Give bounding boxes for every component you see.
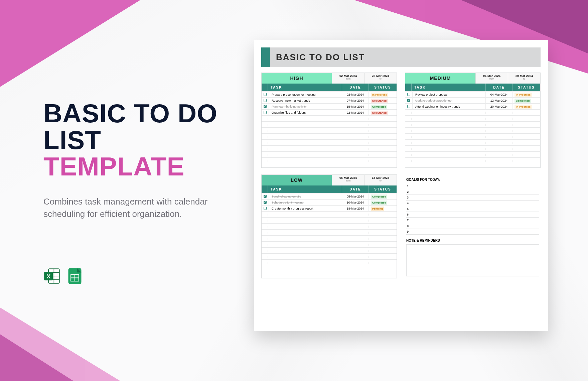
task-text: Prepare presentation for meeting [269, 92, 342, 97]
document-header: BASIC TO DO LIST [261, 47, 541, 67]
goal-line: 8 [406, 223, 539, 229]
goal-number: 8 [407, 224, 412, 228]
notes-title: NOTE & REMINDERS [406, 239, 539, 242]
document-title: BASIC TO DO LIST [270, 47, 541, 67]
table-row-empty [262, 115, 397, 121]
table-row-empty [405, 139, 540, 145]
task-status: Completed [369, 200, 397, 205]
header-accent-bar [261, 47, 270, 67]
low-to-date: 18-Mar-2024 to [364, 175, 397, 185]
title-line-1: BASIC TO DO [43, 100, 237, 127]
medium-rows: Review project proposal04-Mar-2024In Pro… [405, 91, 540, 167]
task-text: Organize files and folders [269, 110, 342, 115]
table-row: Plan team-building activity15-Mar-2024Co… [262, 103, 397, 109]
decor-triangle-bottom-left [0, 307, 120, 381]
task-text: Plan team-building activity [269, 104, 342, 109]
task-date: 12-Mar-2024 [485, 98, 512, 103]
priority-label-medium: MEDIUM [405, 73, 475, 84]
checkbox-icon [264, 111, 267, 114]
goal-line: 6 [406, 212, 539, 218]
google-sheets-icon [66, 267, 84, 285]
task-text: Schedule client meeting [269, 200, 342, 205]
table-row: Review project proposal04-Mar-2024In Pro… [405, 91, 540, 97]
svg-text:X: X [46, 273, 50, 280]
goal-line: 3 [406, 195, 539, 201]
table-row: Schedule client meeting10-Mar-2024Comple… [262, 199, 397, 205]
task-status: In Progress [512, 104, 540, 109]
task-date: 15-Mar-2024 [342, 104, 369, 109]
task-date: 07-Mar-2024 [342, 98, 369, 103]
goal-line: 2 [406, 189, 539, 195]
table-row-empty [262, 223, 397, 229]
table-row-empty [262, 235, 397, 241]
task-text: Create monthly progress report [269, 206, 342, 211]
task-date: 20-Mar-2024 [485, 104, 512, 109]
section-medium-header: MEDIUM 04-Mar-2024 from 20-Mar-2024 to [405, 73, 540, 84]
task-status: Pending [369, 206, 397, 211]
task-status: Not Started [369, 110, 397, 115]
table-row: Update budget spreadsheet12-Mar-2024Comp… [405, 97, 540, 103]
title-line-2-accent: TEMPLATE [43, 152, 185, 181]
decor-triangle-top-left [0, 0, 140, 87]
medium-to-date: 20-Mar-2024 to [508, 73, 540, 84]
table-row-empty [405, 127, 540, 133]
task-text: Attend webinar on industry trends [412, 104, 485, 109]
checkbox-icon [407, 99, 410, 102]
table-row-empty [262, 253, 397, 259]
section-medium: MEDIUM 04-Mar-2024 from 20-Mar-2024 to T… [405, 73, 541, 168]
table-row-empty [262, 133, 397, 139]
table-row: Attend webinar on industry trends20-Mar-… [405, 103, 540, 109]
sections-grid: HIGH 02-Mar-2024 from 22-Mar-2024 to TAS… [261, 73, 541, 278]
description-text: Combines task management with calendar s… [43, 196, 217, 221]
table-row-empty [262, 217, 397, 223]
table-row-empty [262, 145, 397, 151]
title-line-2-plain: LIST [43, 125, 101, 155]
checkbox-icon [264, 201, 267, 204]
template-preview: BASIC TO DO LIST HIGH 02-Mar-2024 from 2… [254, 40, 548, 331]
priority-label-high: HIGH [262, 73, 332, 84]
task-date: 05-Mar-2024 [342, 194, 369, 199]
table-row: Research new market trends07-Mar-2024Not… [262, 97, 397, 103]
checkbox-icon [407, 105, 410, 108]
checkbox-icon [264, 207, 267, 210]
task-text: Research new market trends [269, 98, 342, 103]
section-low-header: LOW 05-Mar-2024 from 18-Mar-2024 to [262, 175, 397, 185]
column-headers: TASK DATE STATUS [262, 185, 397, 193]
task-status: Completed [512, 98, 540, 103]
table-row: Send follow-up emails05-Mar-2024Complete… [262, 193, 397, 199]
table-row-empty [405, 121, 540, 127]
task-date: 18-Mar-2024 [342, 206, 369, 211]
task-text: Review project proposal [412, 92, 485, 97]
goal-number: 7 [407, 219, 412, 222]
goal-line: 1 [406, 183, 539, 189]
goal-number: 4 [407, 202, 412, 205]
priority-label-low: LOW [262, 175, 332, 185]
high-to-date: 22-Mar-2024 to [364, 73, 397, 84]
goal-line: 7 [406, 218, 539, 223]
task-text: Update budget spreadsheet [412, 98, 485, 103]
task-date: 10-Mar-2024 [342, 200, 369, 205]
goal-number: 2 [407, 190, 412, 194]
title-line-2: LIST TEMPLATE [43, 127, 237, 180]
goal-number: 3 [407, 196, 412, 199]
high-from-date: 02-Mar-2024 from [332, 73, 364, 84]
section-low: LOW 05-Mar-2024 from 18-Mar-2024 to TASK… [261, 174, 397, 278]
column-headers: TASK DATE STATUS [405, 84, 540, 91]
column-headers: TASK DATE STATUS [262, 84, 397, 91]
section-high: HIGH 02-Mar-2024 from 22-Mar-2024 to TAS… [261, 73, 397, 168]
table-row-empty [405, 151, 540, 157]
checkbox-icon [264, 195, 267, 198]
goals-list: 123456789 [406, 183, 539, 235]
table-row-empty [405, 115, 540, 121]
table-row-empty [405, 145, 540, 151]
high-rows: Prepare presentation for meeting02-Mar-2… [262, 91, 397, 167]
goal-number: 9 [407, 230, 412, 233]
checkbox-icon [264, 105, 267, 108]
goal-line: 4 [406, 201, 539, 206]
checkbox-icon [264, 99, 267, 102]
goal-line: 5 [406, 206, 539, 212]
notes-box [406, 244, 539, 276]
goal-line: 9 [406, 229, 539, 235]
task-date: 22-Mar-2024 [342, 110, 369, 115]
section-high-header: HIGH 02-Mar-2024 from 22-Mar-2024 to [262, 73, 397, 84]
